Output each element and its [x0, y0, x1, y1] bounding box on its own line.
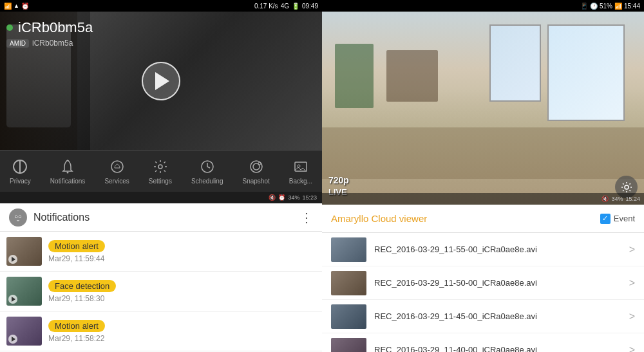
notif-time-3: Mar29, 11:58:22: [48, 334, 316, 343]
play-tri-3: [12, 337, 15, 342]
phone-icon: 📱: [580, 3, 588, 10]
notif-content-2: Face detection Mar29, 11:58:30: [48, 280, 316, 303]
notif-thumb-2: [6, 277, 42, 306]
rec-item-3[interactable]: REC_2016-03-29_11-45-00_iCRa0ae8e.avi >: [322, 300, 644, 333]
snapshot-label: Snapshot: [243, 178, 270, 185]
checkbox-icon: ✓: [600, 214, 611, 224]
signal-icon: 📶: [4, 3, 12, 10]
rec-arrow-2: >: [629, 277, 635, 289]
floor-element: [322, 127, 644, 179]
notifications-header: Notifications ⋮: [0, 203, 322, 232]
rec-thumb-3: [331, 304, 366, 329]
notifications-icon: [59, 158, 77, 176]
mute-icon-left: 🔇: [269, 194, 276, 201]
recordings-list: REC_2016-03-29_11-55-00_iCRa0ae8e.avi > …: [322, 233, 644, 352]
settings-label: Settings: [149, 178, 172, 185]
play-tri-2: [12, 297, 15, 302]
time-left: 09:49: [302, 3, 318, 10]
time-live: 15:24: [625, 196, 640, 202]
bottom-nav: Privacy Notifications Se: [0, 150, 322, 192]
notifications-panel: Notifications ⋮ Motion alert Mar29, 11:5…: [0, 203, 322, 352]
alert-badge-2: Face detection: [48, 280, 116, 292]
svg-point-7: [258, 162, 261, 165]
nav-settings[interactable]: Settings: [144, 155, 177, 187]
camera-name-text: iCRb0bm5a: [18, 19, 93, 36]
notif-item-3[interactable]: Motion alert Mar29, 11:58:22: [0, 311, 322, 351]
notif-thumb-3: [6, 317, 42, 346]
cloud-viewer: Amaryllo Cloud viewer ✓ Event REC_2016-0…: [322, 205, 644, 352]
time-mini-left: 15:23: [302, 194, 317, 201]
play-tri-1: [12, 257, 15, 262]
nav-snapshot[interactable]: Snapshot: [238, 155, 275, 187]
rec-arrow-4: >: [629, 344, 635, 353]
notifications-more-button[interactable]: ⋮: [300, 210, 313, 225]
alarm-icon: ⏰: [21, 3, 29, 10]
rec-arrow-3: >: [629, 311, 635, 322]
battery-icon-left: 🔋: [292, 3, 299, 10]
thumb-play-icon-3: [8, 335, 17, 344]
room-element-1: [335, 44, 374, 108]
battery-status-right: 34%: [611, 196, 623, 202]
camera-tag-row: AMID iCRb0bm5a: [6, 39, 93, 48]
amid-badge: AMID: [6, 39, 29, 48]
scheduling-label: Scheduling: [191, 178, 223, 185]
snapshot-icon: [247, 158, 265, 176]
play-button[interactable]: [142, 62, 180, 100]
right-panel: 📱 🕐 51% 📶 15:44 720p LIVE: [322, 0, 644, 352]
mute-icon-right: 🔇: [601, 196, 609, 202]
nav-background[interactable]: Backg...: [284, 155, 317, 187]
clock-icon-right: 🕐: [590, 3, 598, 10]
svg-point-9: [298, 165, 300, 167]
rec-name-2: REC_2016-03-29_11-50-00_iCRa0ae8e.avi: [374, 278, 621, 288]
privacy-icon: [11, 158, 29, 176]
rec-thumb-2: [331, 271, 366, 295]
status-bar-right: 📱 🕐 51% 📶 15:44: [322, 0, 644, 12]
battery-left: 34%: [288, 194, 299, 201]
rec-name-3: REC_2016-03-29_11-45-00_iCRa0ae8e.avi: [374, 311, 621, 321]
rec-item-1[interactable]: REC_2016-03-29_11-55-00_iCRa0ae8e.avi >: [322, 233, 644, 266]
nav-privacy[interactable]: Privacy: [5, 155, 36, 187]
svg-point-13: [15, 216, 17, 218]
svg-point-3: [158, 165, 162, 169]
notif-item-2[interactable]: Face detection Mar29, 11:58:30: [0, 272, 322, 311]
services-icon: [108, 158, 126, 176]
owl-icon: [9, 208, 27, 227]
status-icons-right: 📱 🕐 51% 📶 15:44: [580, 3, 640, 10]
play-triangle-icon: [155, 72, 169, 90]
mini-status-left: 🔇 ⏰ 34% 15:23: [0, 192, 322, 203]
camera-id-text: iCRb0bm5a: [32, 39, 73, 48]
notif-content-1: Motion alert Mar29, 11:59:44: [48, 240, 316, 263]
alert-badge-1: Motion alert: [48, 240, 105, 252]
notifications-label: Notifications: [50, 178, 85, 185]
scheduling-icon: [198, 158, 216, 176]
cloud-header: Amaryllo Cloud viewer ✓ Event: [322, 205, 644, 233]
cloud-viewer-title: Amaryllo Cloud viewer: [331, 213, 427, 224]
room-element-2: [386, 50, 438, 102]
camera-view: iCRb0bm5a AMID iCRb0bm5a: [0, 12, 322, 150]
event-label: Event: [614, 214, 635, 223]
notif-time-1: Mar29, 11:59:44: [48, 254, 316, 263]
camera-bg-content: [90, 12, 322, 150]
rec-item-2[interactable]: REC_2016-03-29_11-50-00_iCRa0ae8e.avi >: [322, 266, 644, 300]
event-checkbox[interactable]: ✓ Event: [600, 214, 635, 224]
status-icons-left: 📶 ▲ ⏰: [4, 3, 29, 10]
speed-indicator: 0.17 K/s: [254, 3, 278, 10]
notifications-header-left: Notifications: [9, 208, 90, 227]
svg-point-15: [625, 185, 629, 189]
thumb-play-icon-2: [8, 295, 17, 304]
notifications-title: Notifications: [33, 212, 90, 223]
rec-name-1: REC_2016-03-29_11-55-00_iCRa0ae8e.avi: [374, 245, 621, 254]
camera-name-display: iCRb0bm5a: [6, 19, 93, 36]
nav-scheduling[interactable]: Scheduling: [186, 155, 228, 187]
rec-item-4[interactable]: REC_2016-03-29_11-40-00_iCRa0ae8e.avi >: [322, 333, 644, 352]
notif-thumb-1: [6, 237, 42, 266]
svg-point-10: [13, 212, 23, 223]
notif-item-1[interactable]: Motion alert Mar29, 11:59:44: [0, 232, 322, 272]
nav-services[interactable]: Services: [99, 155, 134, 187]
svg-point-2: [67, 172, 69, 174]
rec-arrow-1: >: [629, 244, 635, 255]
alarm-icon-left: ⏰: [278, 194, 285, 201]
time-right: 15:44: [624, 3, 640, 10]
notif-content-3: Motion alert Mar29, 11:58:22: [48, 320, 316, 343]
nav-notifications[interactable]: Notifications: [45, 155, 90, 187]
